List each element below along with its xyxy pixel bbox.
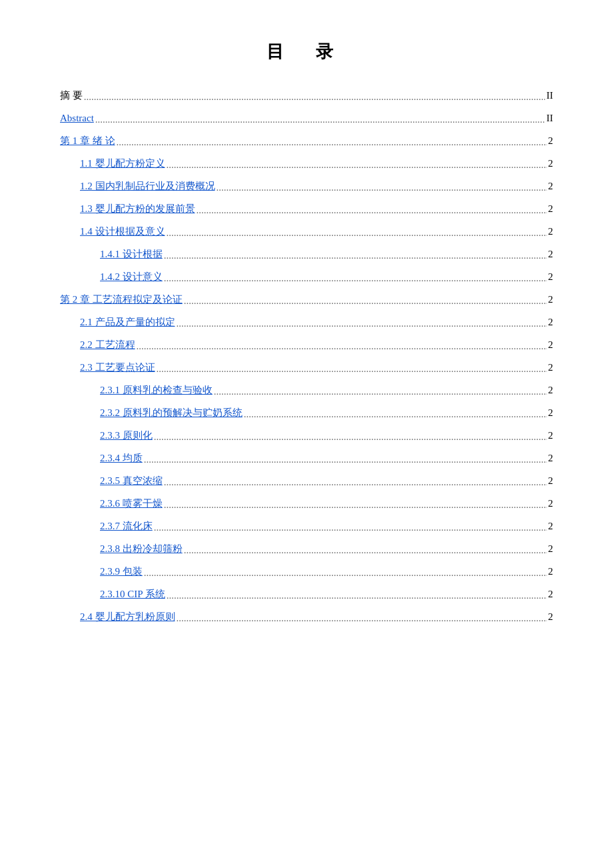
toc-label-sec2-2[interactable]: 2.2 工艺流程 xyxy=(80,337,135,353)
toc-page-sec2-3-3: 2 xyxy=(548,427,554,443)
toc-entry-sec2-3-3[interactable]: 2.3.3 原则化...............................… xyxy=(60,427,553,443)
toc-label-sec1-4-1[interactable]: 1.4.1 设计根据 xyxy=(100,246,163,262)
toc-page-sec1-4: 2 xyxy=(548,223,554,239)
toc-label-sec2-3-5[interactable]: 2.3.5 真空浓缩 xyxy=(100,473,163,489)
toc-page-sec2-3-10: 2 xyxy=(548,586,554,602)
toc-page-sec2-3-1: 2 xyxy=(548,382,554,398)
toc-label-sec2-3-8[interactable]: 2.3.8 出粉冷却筛粉 xyxy=(100,541,183,557)
toc-dots-sec2-3-1: ........................................… xyxy=(214,387,547,398)
toc-entry-sec2-4[interactable]: 2.4 婴儿配方乳粉原则............................… xyxy=(60,609,553,625)
toc-entry-sec2-3-10[interactable]: 2.3.10 CIP 系统...........................… xyxy=(60,586,553,602)
toc-dots-abstract-en: ........................................… xyxy=(95,115,545,126)
toc-dots-sec2-3: ........................................… xyxy=(157,364,547,375)
toc-entry-sec2-3-8[interactable]: 2.3.8 出粉冷却筛粉............................… xyxy=(60,541,553,557)
toc-entry-sec1-3[interactable]: 1.3 婴儿配方粉的发展前景..........................… xyxy=(60,201,553,217)
toc-page-abstract-cn: II xyxy=(546,87,553,103)
toc-label-sec2-3-7[interactable]: 2.3.7 流化床 xyxy=(100,518,153,534)
toc-page-sec2-3-9: 2 xyxy=(548,563,554,579)
toc-page-sec2-3-5: 2 xyxy=(548,473,554,489)
toc-entry-abstract-en[interactable]: Abstract................................… xyxy=(60,110,553,126)
toc-page-chapter1: 2 xyxy=(548,133,554,149)
toc-dots-sec2-4: ........................................… xyxy=(177,613,547,625)
toc-dots-sec2-3-3: ........................................… xyxy=(154,432,547,443)
toc-entry-sec1-2[interactable]: 1.2 国内乳制品行业及消费概况........................… xyxy=(60,178,553,194)
toc-dots-sec1-4-1: ........................................… xyxy=(164,251,547,262)
toc-entry-sec1-1[interactable]: 1.1 婴儿配方粉定义.............................… xyxy=(60,155,553,171)
toc-entry-abstract-cn: 摘 要.....................................… xyxy=(60,87,553,103)
toc-label-abstract-en[interactable]: Abstract xyxy=(60,110,94,126)
toc-label-sec1-2[interactable]: 1.2 国内乳制品行业及消费概况 xyxy=(80,178,215,194)
toc-label-sec1-1[interactable]: 1.1 婴儿配方粉定义 xyxy=(80,155,165,171)
toc-label-abstract-cn: 摘 要 xyxy=(60,87,83,103)
toc-entry-sec2-3-2[interactable]: 2.3.2 原料乳的预解决与贮奶系统......................… xyxy=(60,405,553,421)
toc-page-chapter2: 2 xyxy=(548,291,554,307)
toc-page-sec2-3-4: 2 xyxy=(548,450,554,466)
toc-entry-sec2-3-7[interactable]: 2.3.7 流化床...............................… xyxy=(60,518,553,534)
toc-entry-sec1-4-1[interactable]: 1.4.1 设计根据..............................… xyxy=(60,246,553,262)
toc-dots-sec1-4-2: ........................................… xyxy=(164,273,547,285)
toc-dots-sec2-3-8: ........................................… xyxy=(184,545,547,557)
toc-entry-chapter1[interactable]: 第 1 章 绪 论...............................… xyxy=(60,133,553,149)
toc-entry-sec2-3-1[interactable]: 2.3.1 原料乳的检查与验收.........................… xyxy=(60,382,553,398)
toc-page-sec2-3-2: 2 xyxy=(548,405,554,421)
toc-container: 摘 要.....................................… xyxy=(60,87,553,625)
toc-dots-sec2-3-6: ........................................… xyxy=(164,500,547,511)
toc-label-sec2-3-10[interactable]: 2.3.10 CIP 系统 xyxy=(100,586,165,602)
toc-entry-sec2-2[interactable]: 2.2 工艺流程................................… xyxy=(60,337,553,353)
toc-entry-chapter2[interactable]: 第 2 章 工艺流程拟定及论证.........................… xyxy=(60,291,553,307)
toc-dots-chapter2: ........................................… xyxy=(184,296,547,307)
toc-label-sec2-4[interactable]: 2.4 婴儿配方乳粉原则 xyxy=(80,609,175,625)
toc-dots-sec2-3-2: ........................................… xyxy=(244,409,547,421)
toc-dots-sec2-3-9: ........................................… xyxy=(144,568,547,579)
toc-entry-sec1-4-2[interactable]: 1.4.2 设计意义..............................… xyxy=(60,269,553,285)
toc-entry-sec2-3-4[interactable]: 2.3.4 均质................................… xyxy=(60,450,553,466)
toc-page-sec2-4: 2 xyxy=(548,609,554,625)
toc-dots-sec2-3-7: ........................................… xyxy=(154,523,547,534)
toc-label-sec2-3-2[interactable]: 2.3.2 原料乳的预解决与贮奶系统 xyxy=(100,405,243,421)
toc-dots-sec1-2: ........................................… xyxy=(217,183,547,194)
toc-page-sec2-3: 2 xyxy=(548,359,554,375)
toc-label-sec1-4[interactable]: 1.4 设计根据及意义 xyxy=(80,223,165,239)
toc-dots-sec2-1: ........................................… xyxy=(177,319,547,330)
toc-entry-sec2-3-5[interactable]: 2.3.5 真空浓缩..............................… xyxy=(60,473,553,489)
page-title: 目 录 xyxy=(60,40,553,63)
toc-label-sec2-3[interactable]: 2.3 工艺要点论证 xyxy=(80,359,155,375)
toc-page-sec2-2: 2 xyxy=(548,337,554,353)
toc-label-chapter2[interactable]: 第 2 章 工艺流程拟定及论证 xyxy=(60,291,183,307)
toc-page-sec1-4-1: 2 xyxy=(548,246,554,262)
toc-page-sec1-2: 2 xyxy=(548,178,554,194)
toc-page-sec2-3-7: 2 xyxy=(548,518,554,534)
toc-page-sec2-1: 2 xyxy=(548,314,554,330)
toc-label-chapter1[interactable]: 第 1 章 绪 论 xyxy=(60,133,115,149)
toc-label-sec1-3[interactable]: 1.3 婴儿配方粉的发展前景 xyxy=(80,201,195,217)
toc-entry-sec2-3-9[interactable]: 2.3.9 包装................................… xyxy=(60,563,553,579)
toc-dots-sec2-3-10: ........................................… xyxy=(167,591,547,602)
toc-entry-sec2-3[interactable]: 2.3 工艺要点论证..............................… xyxy=(60,359,553,375)
toc-label-sec2-3-1[interactable]: 2.3.1 原料乳的检查与验收 xyxy=(100,382,213,398)
toc-entry-sec2-1[interactable]: 2.1 产品及产量的拟定............................… xyxy=(60,314,553,330)
toc-entry-sec2-3-6[interactable]: 2.3.6 喷雾干燥..............................… xyxy=(60,495,553,511)
toc-dots-sec1-3: ........................................… xyxy=(197,205,547,217)
toc-dots-sec2-3-4: ........................................… xyxy=(144,455,547,466)
toc-label-sec2-3-9[interactable]: 2.3.9 包装 xyxy=(100,563,143,579)
toc-label-sec2-3-6[interactable]: 2.3.6 喷雾干燥 xyxy=(100,495,163,511)
toc-label-sec2-3-4[interactable]: 2.3.4 均质 xyxy=(100,450,143,466)
toc-label-sec2-3-3[interactable]: 2.3.3 原则化 xyxy=(100,427,153,443)
toc-dots-sec2-3-5: ........................................… xyxy=(164,477,547,489)
toc-dots-sec2-2: ........................................… xyxy=(137,341,547,353)
document-page: 目 录 摘 要.................................… xyxy=(0,0,613,868)
toc-dots-sec1-1: ........................................… xyxy=(167,160,547,171)
toc-label-sec1-4-2[interactable]: 1.4.2 设计意义 xyxy=(100,269,163,285)
toc-page-sec2-3-8: 2 xyxy=(548,541,554,557)
toc-dots-abstract-cn: ........................................… xyxy=(84,92,545,103)
toc-page-sec1-1: 2 xyxy=(548,155,554,171)
toc-dots-chapter1: ........................................… xyxy=(117,137,547,149)
toc-page-sec1-4-2: 2 xyxy=(548,269,554,285)
toc-page-sec2-3-6: 2 xyxy=(548,495,554,511)
toc-page-abstract-en: II xyxy=(546,110,553,126)
toc-page-sec1-3: 2 xyxy=(548,201,554,217)
toc-entry-sec1-4[interactable]: 1.4 设计根据及意义.............................… xyxy=(60,223,553,239)
toc-label-sec2-1[interactable]: 2.1 产品及产量的拟定 xyxy=(80,314,175,330)
toc-dots-sec1-4: ........................................… xyxy=(167,228,547,239)
